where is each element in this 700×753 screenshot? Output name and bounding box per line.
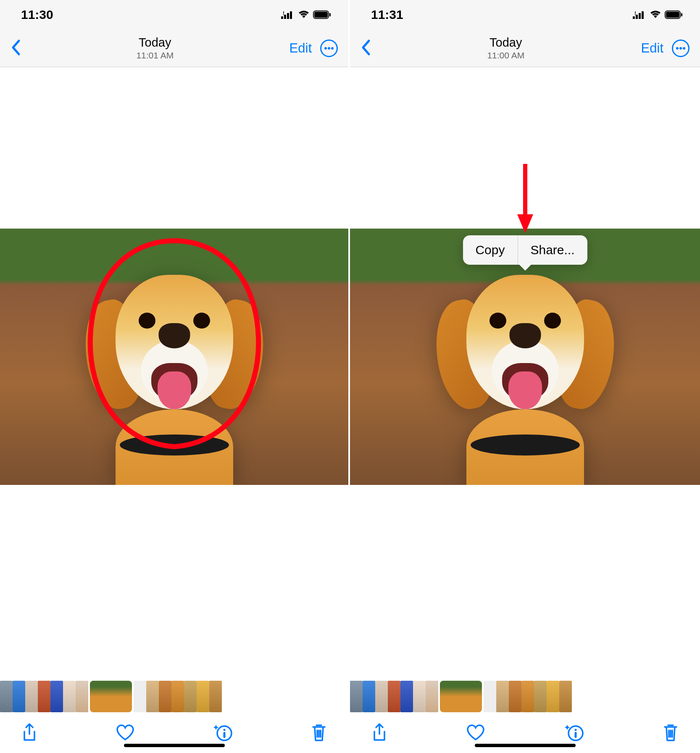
info-button[interactable] [213,723,233,743]
thumbnail[interactable] [484,681,496,712]
nav-title-group: Today 11:01 AM [136,36,174,61]
thumbnail[interactable] [13,681,25,712]
back-button[interactable] [361,39,371,58]
svg-rect-3 [290,11,292,19]
battery-icon [313,11,332,19]
thumbnail-current[interactable] [440,681,482,712]
thumbnail[interactable] [547,681,559,712]
thumbnail[interactable] [184,681,197,712]
context-menu: Copy Share... [463,235,587,265]
thumbnail[interactable] [159,681,171,712]
thumbnail[interactable] [171,681,184,712]
share-icon [21,722,38,742]
delete-button[interactable] [662,723,679,744]
trash-icon [311,723,327,742]
status-time: 11:30 [21,8,53,22]
more-button[interactable] [672,39,689,57]
copy-menu-item[interactable]: Copy [463,235,517,265]
share-icon [371,722,388,742]
svg-point-27 [574,729,576,731]
ellipsis-icon [324,47,334,50]
svg-point-24 [683,47,685,50]
svg-rect-6 [314,12,328,18]
svg-point-10 [331,47,334,50]
share-button[interactable] [21,722,38,744]
dog-subject[interactable] [82,241,267,485]
arrow-annotation [515,164,536,235]
thumbnail[interactable] [521,681,534,712]
share-button[interactable] [371,722,388,744]
back-button[interactable] [11,39,21,58]
status-icons: ! [633,11,683,19]
svg-point-23 [679,47,682,50]
favorite-button[interactable] [116,724,135,743]
thumbnail[interactable] [496,681,509,712]
photo-viewer[interactable] [0,67,348,679]
home-indicator[interactable] [475,744,576,747]
phone-screenshot-left: 11:30 ! Today 11:01 AM Edit [0,0,350,753]
thumbnail[interactable] [25,681,38,712]
thumbnail[interactable] [413,681,426,712]
photo-viewer[interactable] [350,67,700,679]
heart-icon [116,724,135,741]
cellular-icon: ! [281,11,295,19]
wifi-icon [298,11,310,19]
thumbnail[interactable] [375,681,388,712]
thumbnail[interactable] [426,681,438,712]
chevron-left-icon [11,39,21,56]
thumbnail[interactable] [363,681,375,712]
home-indicator[interactable] [124,744,225,747]
thumbnail[interactable] [400,681,413,712]
edit-button[interactable]: Edit [289,41,312,56]
svg-rect-20 [666,12,679,18]
photo-scrubber[interactable] [350,679,700,713]
nav-subtitle: 11:00 AM [487,50,524,61]
heart-icon [466,724,485,741]
thumbnail[interactable] [559,681,572,712]
trash-icon [662,723,679,742]
thumbnail[interactable] [388,681,400,712]
delete-button[interactable] [311,723,327,744]
thumbnail[interactable] [534,681,547,712]
thumbnail[interactable] [50,681,63,712]
status-icons: ! [281,11,332,19]
thumbnail[interactable] [146,681,159,712]
share-menu-item[interactable]: Share... [518,235,587,265]
photo-content [0,229,348,485]
more-button[interactable] [320,39,338,57]
nav-right-group: Edit [289,39,338,57]
thumbnail[interactable] [350,681,363,712]
nav-title: Today [139,36,171,50]
svg-point-9 [328,47,330,50]
svg-rect-7 [329,13,331,16]
thumbnail[interactable] [38,681,50,712]
svg-rect-13 [224,732,226,738]
nav-title-group: Today 11:00 AM [487,36,524,61]
thumbnail[interactable] [63,681,76,712]
nav-title: Today [489,36,522,50]
svg-point-12 [224,729,226,731]
thumbnail-current[interactable] [90,681,132,712]
chevron-left-icon [361,39,371,56]
thumbnail[interactable] [134,681,146,712]
ellipsis-icon [676,47,686,50]
cellular-icon: ! [633,11,646,19]
wifi-icon [650,11,661,19]
phone-screenshot-right: 11:31 ! Today 11:00 AM Edit Copy Share..… [350,0,700,753]
thumbnail[interactable] [509,681,521,712]
info-button[interactable] [564,723,584,743]
thumbnail[interactable] [0,681,13,712]
favorite-button[interactable] [466,724,485,743]
status-time: 11:31 [371,8,403,22]
dog-subject[interactable] [433,241,618,485]
thumbnail[interactable] [76,681,88,712]
edit-button[interactable]: Edit [641,41,663,56]
photo-scrubber[interactable] [0,679,348,713]
photo-background [0,229,348,485]
svg-text:!: ! [283,11,284,16]
svg-rect-28 [574,732,576,738]
thumbnail[interactable] [197,681,209,712]
thumbnail[interactable] [209,681,222,712]
nav-subtitle: 11:01 AM [136,50,174,61]
svg-point-22 [676,47,679,50]
